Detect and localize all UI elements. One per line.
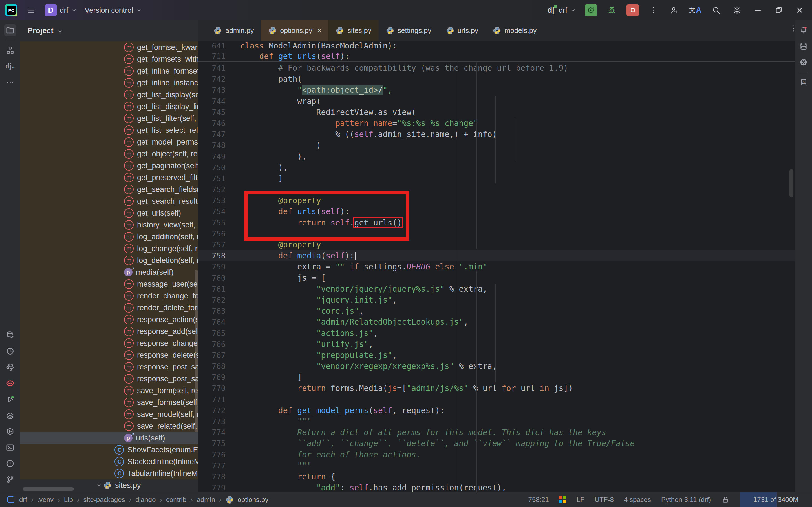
tree-item-get_preserved_filters[interactable]: mget_preserved_filters(self, r [20,172,199,183]
code-line-769[interactable]: 769 ] [199,372,795,383]
main-menu-button[interactable] [25,4,37,16]
code-line-776[interactable]: 776 for each of those actions. [199,449,795,460]
run-config-widget[interactable]: dj drf [547,6,576,15]
line-number[interactable]: 779 [199,482,225,492]
line-number[interactable]: 768 [199,361,225,372]
code-line-759[interactable]: 759 extra = "" if settings.DEBUG else ".… [199,261,795,272]
tool-window-button-database-check[interactable] [4,329,16,341]
tool-window-button-more-tool-windows[interactable] [4,76,16,89]
code-line-758[interactable]: 758 def media(self): [199,250,795,261]
line-number[interactable]: 763 [199,305,225,317]
tree-item-get_list_display_links[interactable]: mget_list_display_links(self, r [20,101,199,112]
breadcrumb-item[interactable]: contrib [166,496,186,504]
editor-scrollbar[interactable] [790,169,794,197]
tool-window-button-problems[interactable] [4,457,16,470]
tree-item-save_related[interactable]: msave_related(self, request, [20,420,199,432]
code-line-768[interactable]: 768 "vendor/xregexp/xregexp%s.js" % extr… [199,361,795,372]
code-line-778[interactable]: 778 return { [199,471,795,482]
line-number[interactable]: 770 [199,383,225,394]
code-line-779[interactable]: 779 "add": self.has_add_permission(reque… [199,482,795,492]
line-number[interactable]: 751 [199,173,225,184]
tool-window-button-services-play[interactable] [4,425,16,438]
stop-button[interactable] [627,4,639,16]
tool-window-button-structure[interactable] [4,44,16,56]
tree-item-get_model_perms[interactable]: mget_model_perms(self, requ [20,136,199,148]
tool-window-button-terminal[interactable] [4,441,16,454]
tree-item-TabularInline[interactable]: CTabularInline(InlineModelAd [20,467,199,480]
line-number[interactable]: 765 [199,328,225,339]
line-number[interactable]: 773 [199,416,225,427]
line-number[interactable]: 777 [199,460,225,471]
add-user-button[interactable] [668,4,681,16]
encoding[interactable]: UTF-8 [595,496,614,504]
line-number[interactable]: 760 [199,273,225,284]
line-number[interactable]: 776 [199,449,225,460]
code-line-745[interactable]: 745 RedirectView.as_view( [199,107,795,118]
line-number[interactable]: 757 [199,239,225,250]
code-line-777[interactable]: 777 """ [199,460,795,471]
tree-item-log_change[interactable]: mlog_change(self, request, o [20,243,199,255]
tool-window-button-dictionary[interactable]: A [797,76,810,89]
restore-button[interactable] [772,4,785,16]
tab-models.py[interactable]: models.py [486,20,544,41]
code-line-757[interactable]: 757 @property [199,239,795,250]
line-number[interactable]: 774 [199,427,225,438]
code-line-741[interactable]: 741 # For backwards compatibility (was t… [199,63,795,73]
code-line-744[interactable]: 744 wrap( [199,96,795,107]
code-line-764[interactable]: 764 "admin/RelatedObjectLookups.js", [199,317,795,328]
interpreter[interactable]: Python 3.11 (drf) [661,496,711,504]
line-number[interactable]: 755 [199,217,225,228]
tree-item-message_user[interactable]: mmessage_user(self, request [20,278,199,290]
breadcrumb-item[interactable]: site-packages [83,496,125,504]
line-number[interactable]: 759 [199,261,225,272]
code-line-749[interactable]: 749 ), [199,151,795,162]
tool-window-button-profiler-pie[interactable] [4,345,16,357]
project-panel-header[interactable]: Project [20,20,199,42]
breadcrumb-item[interactable]: .venv [38,496,54,504]
more-actions-button[interactable] [647,4,660,16]
code-line-775[interactable]: 775 ``add``, ``change``, ``delete``, and… [199,438,795,449]
tree-item-get_search_results[interactable]: mget_search_results(self, req [20,195,199,207]
line-number[interactable]: 767 [199,350,225,361]
close-tab-icon[interactable]: × [317,26,321,35]
tool-window-button-version-control[interactable] [4,473,16,486]
tree-item-get_object[interactable]: mget_object(self, request, ob [20,148,199,160]
code-line-743[interactable]: 743 "<path:object_id>/", [199,84,795,96]
tree-item-get_list_filter[interactable]: mget_list_filter(self, request [20,112,199,124]
code-line-746[interactable]: 746 pattern_name="%s:%s_%s_change" [199,118,795,129]
tool-window-button-project-folder[interactable] [4,24,16,36]
line-number[interactable]: 744 [199,96,225,107]
code-line-641[interactable]: 641class ModelAdmin(BaseModelAdmin): [199,41,795,51]
vcs-widget[interactable]: Version control [85,6,142,15]
code-line-770[interactable]: 770 return forms.Media(js=["admin/js/%s"… [199,383,795,394]
tool-window-button-services-layers[interactable] [4,409,16,421]
line-number[interactable]: 749 [199,151,225,162]
tree-item-get_urls[interactable]: mget_urls(self) [20,207,199,219]
tree-item-render_delete_form[interactable]: mrender_delete_form(self, re [20,302,199,314]
caret-position[interactable]: 758:21 [528,496,549,504]
tab-settings.py[interactable]: settings.py [379,20,439,41]
breadcrumb-item[interactable]: django [136,496,156,504]
code-line-742[interactable]: 742 path( [199,73,795,84]
chevron-down-icon[interactable] [95,482,103,489]
line-number[interactable]: 745 [199,107,225,118]
tree-item-save_formset[interactable]: msave_formset(self, request, [20,397,199,408]
tree-item-ShowFacets[interactable]: CShowFacets(enum.Enum) [20,444,199,456]
line-number[interactable]: 758 [199,250,225,261]
breadcrumb-item[interactable]: options.py [238,496,268,504]
tool-window-button-python-packages[interactable] [4,361,16,374]
tree-item-log_deletion[interactable]: mlog_deletion(self, request, [20,255,199,266]
close-button[interactable] [794,4,806,16]
tool-window-button-inspections-squiggle[interactable] [4,377,16,390]
line-number[interactable]: 778 [199,471,225,482]
memory-indicator[interactable]: 1731 of 3400M [740,492,812,507]
code-line-748[interactable]: 748 ) [199,140,795,151]
line-number[interactable]: 775 [199,438,225,449]
line-number[interactable]: 641 [199,41,225,51]
code-line-711[interactable]: 711 def get_urls(self): [199,51,795,61]
line-number[interactable]: 762 [199,294,225,305]
line-number[interactable]: 752 [199,184,225,195]
run-button[interactable] [585,4,597,16]
code-line-760[interactable]: 760 js = [ [199,273,795,284]
indent-style[interactable]: 4 spaces [624,496,651,504]
